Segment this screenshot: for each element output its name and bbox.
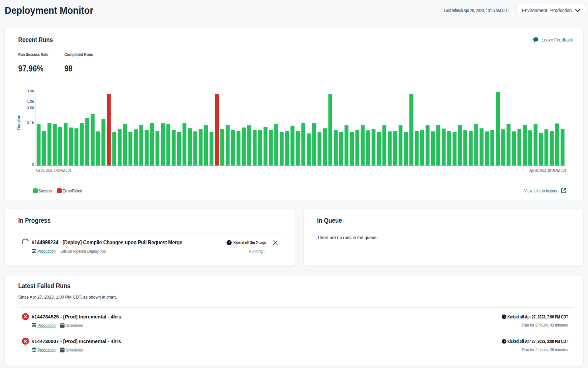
svg-text:Apr 28, 2023, 10:00 AM CDT: Apr 28, 2023, 10:00 AM CDT [529, 168, 566, 173]
svg-text:Duration: Duration [17, 115, 21, 130]
svg-text:3.0h: 3.0h [27, 89, 34, 93]
svg-text:0: 0 [32, 162, 34, 166]
svg-text:1.0h: 1.0h [27, 99, 34, 103]
svg-text:0.5h: 0.5h [27, 106, 34, 110]
svg-text:0.1h: 0.1h [27, 121, 34, 125]
svg-text:Apr 27, 2023, 1:00 PM CDT: Apr 27, 2023, 1:00 PM CDT [36, 168, 71, 173]
